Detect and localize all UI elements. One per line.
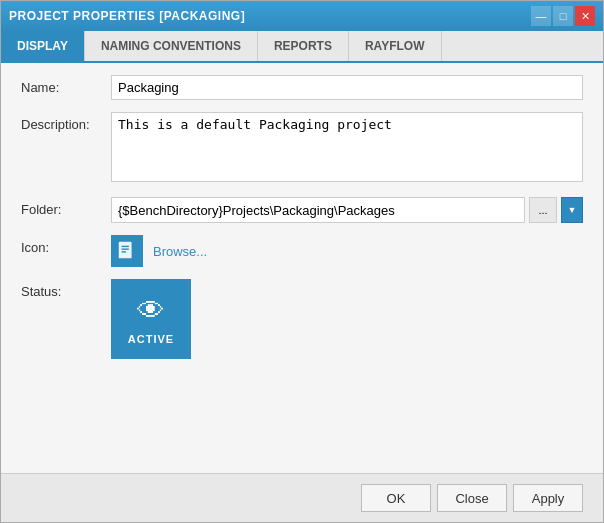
status-row: Status: 👁 ACTIVE (21, 279, 583, 359)
description-row: Description: This is a default Packaging… (21, 112, 583, 185)
tab-bar: DISPLAY NAMING CONVENTIONS REPORTS RAYFL… (1, 31, 603, 63)
folder-field-wrap: ... ▼ (111, 197, 583, 223)
name-label: Name: (21, 75, 111, 95)
close-window-button[interactable]: ✕ (575, 6, 595, 26)
status-label: Status: (21, 279, 111, 299)
folder-input[interactable] (111, 197, 525, 223)
tab-naming-conventions[interactable]: NAMING CONVENTIONS (85, 31, 258, 61)
icon-row-content: Browse... (111, 235, 583, 267)
main-window: PROJECT PROPERTIES [PACKAGING] — □ ✕ DIS… (0, 0, 604, 523)
folder-dropdown-button[interactable]: ▼ (561, 197, 583, 223)
apply-button[interactable]: Apply (513, 484, 583, 512)
name-input[interactable] (111, 75, 583, 100)
folder-browse-button[interactable]: ... (529, 197, 557, 223)
footer: OK Close Apply (1, 473, 603, 522)
description-input[interactable]: This is a default Packaging project (111, 112, 583, 182)
name-row: Name: (21, 75, 583, 100)
ok-button[interactable]: OK (361, 484, 431, 512)
folder-label: Folder: (21, 197, 111, 217)
minimize-button[interactable]: — (531, 6, 551, 26)
status-tile[interactable]: 👁 ACTIVE (111, 279, 191, 359)
icon-preview (111, 235, 143, 267)
content-area: Name: Description: This is a default Pac… (1, 63, 603, 473)
document-icon (116, 240, 138, 262)
folder-row: Folder: ... ▼ (21, 197, 583, 223)
title-bar: PROJECT PROPERTIES [PACKAGING] — □ ✕ (1, 1, 603, 31)
tab-reports[interactable]: REPORTS (258, 31, 349, 61)
svg-rect-0 (119, 242, 132, 259)
description-field-wrap: This is a default Packaging project (111, 112, 583, 185)
folder-input-group: ... ▼ (111, 197, 583, 223)
name-field-wrap (111, 75, 583, 100)
icon-row: Icon: Browse... (21, 235, 583, 267)
close-button[interactable]: Close (437, 484, 507, 512)
status-field-wrap: 👁 ACTIVE (111, 279, 583, 359)
status-tile-label: ACTIVE (128, 333, 174, 345)
icon-label: Icon: (21, 235, 111, 255)
tab-rayflow[interactable]: RAYFLOW (349, 31, 442, 61)
window-title: PROJECT PROPERTIES [PACKAGING] (9, 9, 245, 23)
tab-display[interactable]: DISPLAY (1, 31, 85, 61)
browse-link[interactable]: Browse... (153, 244, 207, 259)
icon-field-wrap: Browse... (111, 235, 583, 267)
title-bar-controls: — □ ✕ (531, 6, 595, 26)
description-label: Description: (21, 112, 111, 132)
eye-icon: 👁 (137, 294, 165, 327)
maximize-button[interactable]: □ (553, 6, 573, 26)
